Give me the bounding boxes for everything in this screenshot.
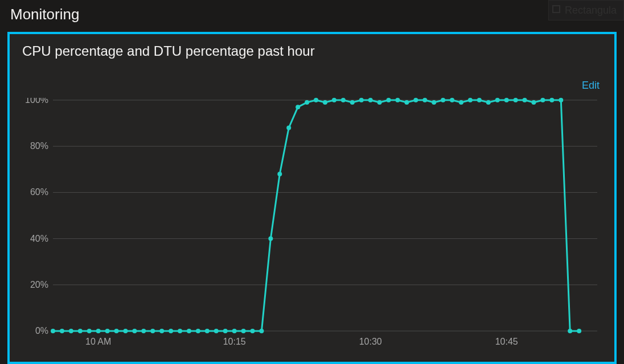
y-tick-label: 0%: [35, 326, 48, 336]
data-point: [323, 100, 327, 105]
data-point: [223, 329, 228, 333]
data-point: [387, 98, 391, 102]
section-title: Monitoring: [10, 6, 79, 23]
data-point: [214, 329, 219, 333]
data-point: [205, 329, 210, 333]
data-point: [159, 329, 164, 333]
data-point: [341, 98, 346, 102]
data-point: [477, 98, 482, 102]
data-point: [277, 172, 282, 176]
data-point: [549, 98, 554, 102]
y-tick-label: 20%: [30, 280, 48, 289]
data-point: [413, 98, 418, 102]
y-tick-label: 40%: [30, 234, 48, 243]
data-point: [332, 98, 336, 102]
data-point: [305, 100, 309, 105]
data-point: [295, 105, 300, 109]
monitoring-chart-panel[interactable]: CPU percentage and DTU percentage past h…: [7, 32, 617, 364]
x-tick-label: 10:15: [223, 337, 246, 346]
data-point: [105, 329, 110, 333]
rectangular-label: Rectangula: [565, 5, 617, 16]
data-point: [60, 329, 64, 333]
data-point: [514, 98, 518, 102]
data-point: [504, 98, 509, 102]
data-point: [114, 329, 119, 333]
data-point: [132, 329, 137, 333]
data-point: [450, 98, 454, 102]
data-point: [123, 329, 128, 333]
rectangular-snip-button: Rectangula: [548, 0, 624, 20]
data-point: [486, 100, 491, 105]
y-tick-label: 100%: [25, 98, 48, 105]
data-point: [404, 100, 409, 105]
data-point: [69, 329, 73, 333]
data-point: [350, 100, 355, 105]
data-point: [359, 98, 364, 102]
chart-title: CPU percentage and DTU percentage past h…: [22, 43, 315, 59]
data-point: [495, 98, 500, 102]
rectangle-icon: [552, 5, 560, 13]
data-point: [187, 329, 191, 333]
data-point: [169, 329, 173, 333]
y-tick-label: 80%: [30, 141, 48, 151]
data-point: [432, 100, 436, 105]
data-point: [559, 98, 563, 102]
data-point: [395, 98, 400, 102]
data-point: [232, 329, 237, 333]
chart-plot-area[interactable]: 0%20%40%60%80%100%10 AM10:1510:3010:45: [21, 98, 603, 350]
edit-chart-link[interactable]: Edit: [582, 80, 600, 92]
data-point: [577, 329, 581, 333]
series-line: [53, 100, 579, 331]
data-point: [196, 329, 200, 333]
data-point: [141, 329, 146, 333]
x-tick-label: 10:30: [359, 337, 382, 346]
data-point: [523, 98, 527, 102]
data-point: [459, 100, 463, 105]
data-point: [422, 98, 427, 102]
data-point: [251, 329, 255, 333]
data-point: [96, 329, 101, 333]
data-point: [286, 126, 291, 130]
data-point: [178, 329, 182, 333]
data-point: [540, 98, 545, 102]
data-point: [468, 98, 473, 102]
data-point: [87, 329, 92, 333]
data-point: [78, 329, 83, 333]
data-point: [51, 329, 55, 333]
data-point: [377, 100, 382, 105]
data-point: [241, 329, 246, 333]
data-point: [314, 98, 318, 102]
x-tick-label: 10:45: [495, 337, 518, 346]
data-point: [368, 98, 373, 102]
y-tick-label: 60%: [30, 187, 48, 197]
data-point: [150, 329, 155, 333]
data-point: [268, 237, 273, 241]
data-point: [259, 329, 264, 333]
line-chart-svg: 0%20%40%60%80%100%10 AM10:1510:3010:45: [21, 98, 603, 350]
data-point: [441, 98, 445, 102]
x-tick-label: 10 AM: [85, 337, 111, 346]
data-point: [531, 100, 536, 105]
data-point: [568, 329, 572, 333]
